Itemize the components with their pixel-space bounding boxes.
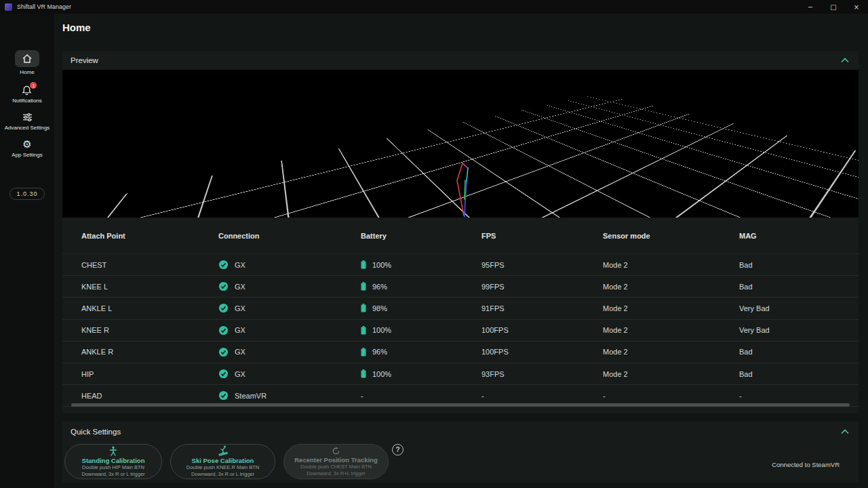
sidebar-item-home[interactable]: Home [15,50,39,75]
tracker-table: Attach Point Connection Battery FPS Sens… [62,218,859,407]
preview-viewport[interactable] [62,70,859,218]
battery-icon [361,304,366,312]
chevron-up-icon [841,429,849,434]
tracker-skeleton [449,160,476,218]
button-desc: Double push KNEE.R Main BTN [186,464,260,471]
check-circle-icon [218,303,229,313]
sidebar: Home 1 Notifications Advanced Settings [0,14,54,488]
button-desc: Downward, 3x R+L trigger [307,470,366,477]
column-header: Battery [361,232,481,240]
standing-calibration-button[interactable]: Standing Calibration Double push HIP Mai… [64,444,162,479]
sidebar-item-label: App Settings [12,152,42,158]
version-badge: 1.0.30 [9,188,44,200]
button-desc: Downward, 3x R or L trigger [191,471,254,478]
button-desc: Double push CHEST Main BTN [300,464,372,470]
ski-pose-calibration-button[interactable]: Ski Pose Calibration Double push KNEE.R … [170,444,275,479]
table-row: ANKLE R GX 96% 100FPS Mode 2 Bad [62,342,859,363]
check-circle-icon [218,390,229,401]
check-circle-icon [218,281,229,291]
sidebar-item-label: Notifications [12,98,42,104]
battery-icon [361,260,366,269]
preview-panel: Preview [62,51,859,413]
table-header-row: Attach Point Connection Battery FPS Sens… [62,218,859,254]
button-label: Standing Calibration [82,457,145,464]
button-label: Ski Pose Calibration [192,457,254,464]
table-row: CHEST GX 100% 95FPS Mode 2 Bad [62,254,859,276]
check-circle-icon [218,347,229,357]
check-circle-icon [218,369,229,379]
check-circle-icon [218,325,229,336]
collapse-preview-button[interactable] [841,58,849,63]
sidebar-item-app-settings[interactable]: ⚙ App Settings [12,139,42,158]
button-desc: Downward, 3x R or L trigger [81,471,144,478]
battery-icon [361,326,366,335]
check-circle-icon [218,260,229,270]
window-title: Shiftall VR Manager [17,3,71,10]
quick-settings-title: Quick Settings [71,428,121,436]
main-content: Home Preview [54,14,868,488]
quick-settings-header: Quick Settings [62,422,859,442]
maximize-button[interactable]: □ [822,0,845,14]
battery-icon [361,348,366,357]
ski-pose-icon [218,445,228,456]
battery-icon [361,369,366,378]
preview-title: Preview [71,56,98,64]
minimize-button[interactable]: − [799,0,822,14]
column-header: Sensor mode [603,232,739,240]
column-header: FPS [481,232,603,240]
steamvr-status: Connected to SteamVR [772,461,840,468]
table-row: KNEE L GX 96% 99FPS Mode 2 Bad [62,276,859,298]
preview-header: Preview [62,51,859,70]
sidebar-item-label: Home [20,69,34,75]
notification-badge: 1 [30,82,37,89]
table-row: HIP GX 100% 93FPS Mode 2 Bad [62,363,859,385]
sidebar-item-label: Advanced Settings [5,125,50,131]
window-titlebar: Shiftall VR Manager − □ × [0,0,868,14]
chevron-up-icon [841,58,849,63]
column-header: Attach Point [81,232,218,240]
home-icon [22,54,32,63]
sliders-icon [22,113,33,122]
standing-person-icon [109,446,117,456]
quick-settings-panel: Quick Settings Standing Calibration Doub… [62,422,859,483]
page-title: Home [62,22,91,33]
button-label: Recenter Position Tracking [294,456,377,464]
close-button[interactable]: × [845,0,868,14]
sidebar-item-advanced-settings[interactable]: Advanced Settings [5,112,50,131]
collapse-quick-settings-button[interactable] [841,429,849,434]
battery-icon [361,282,366,291]
button-desc: Double push HIP Main BTN [82,464,144,471]
refresh-icon [332,447,340,455]
home-active-tile [15,50,39,67]
gear-icon: ⚙ [22,139,31,150]
horizontal-scrollbar[interactable] [71,403,850,407]
column-header: MAG [739,232,859,240]
table-row: ANKLE L GX 98% 91FPS Mode 2 Very Bad [62,298,859,319]
column-header: Connection [218,232,361,240]
recenter-position-tracking-button[interactable]: Recenter Position Tracking Double push C… [283,444,389,479]
app-icon [5,3,12,11]
help-button[interactable]: ? [392,444,403,455]
table-row: KNEE R GX 100% 100FPS Mode 2 Very Bad [62,320,859,342]
sidebar-item-notifications[interactable]: 1 Notifications [12,85,42,104]
